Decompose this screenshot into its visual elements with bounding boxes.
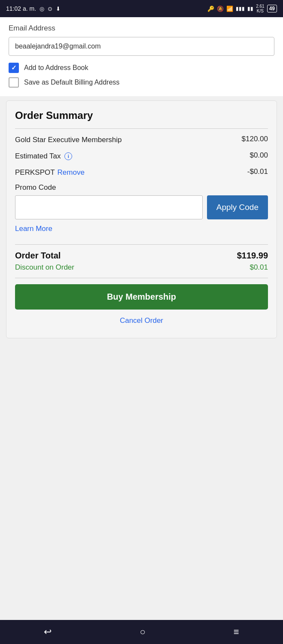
battery-indicator: 49 [267, 5, 277, 12]
nav-menu-icon[interactable]: ≡ [234, 626, 239, 638]
nav-home-icon[interactable]: ○ [140, 626, 145, 638]
email-section-label: Email Address [9, 24, 274, 33]
tax-row: Estimated Tax i $0.00 [15, 151, 268, 161]
main-content: Email Address Add to Address Book Save a… [0, 17, 283, 338]
save-default-billing-checkbox[interactable] [9, 77, 19, 88]
buy-membership-button[interactable]: Buy Membership [15, 284, 268, 310]
discount-label: Discount on Order [15, 263, 74, 272]
perkspot-value: -$0.01 [247, 167, 268, 176]
wifi-icon: 📶 [226, 6, 233, 12]
order-summary-title: Order Summary [15, 109, 268, 122]
order-total-value: $119.99 [237, 251, 268, 261]
nav-back-icon[interactable]: ↩ [44, 626, 52, 638]
speed-display: 2.61K/S [256, 4, 264, 13]
locate-icon: ◎ [40, 6, 44, 12]
time-display: 11:02 a. m. [6, 5, 36, 12]
tax-info-icon[interactable]: i [64, 152, 72, 160]
signal2-icon: ▮▮ [247, 6, 253, 12]
divider-bottom [15, 278, 268, 278]
perkspot-row: PERKSPOT Remove -$0.01 [15, 167, 268, 178]
add-to-address-book-label: Add to Address Book [24, 64, 88, 72]
status-time-area: 11:02 a. m. ◎ ⊙ ⬇ [6, 5, 61, 12]
tax-value: $0.00 [250, 151, 268, 160]
perkspot-remove-link[interactable]: Remove [58, 167, 85, 178]
download-icon: ⬇ [56, 6, 61, 12]
order-total-label: Order Total [15, 251, 61, 261]
order-summary-card: Order Summary Gold Star Executive Member… [6, 100, 277, 338]
key-icon: 🔑 [207, 6, 214, 12]
status-bar: 11:02 a. m. ◎ ⊙ ⬇ 🔑 🔕 📶 ▮▮▮ ▮▮ 2.61K/S 4… [0, 0, 283, 17]
discount-row: Discount on Order $0.01 [15, 263, 268, 272]
save-default-billing-label: Save as Default Billing Address [24, 79, 119, 86]
order-total-row: Order Total $119.99 [15, 251, 268, 261]
bottom-nav-bar: ↩ ○ ≡ [0, 620, 283, 644]
signal-icon: ▮▮▮ [236, 6, 245, 12]
email-input[interactable] [9, 37, 274, 56]
membership-value: $120.00 [242, 135, 268, 143]
tax-label: Estimated Tax i [15, 151, 72, 161]
learn-more-link[interactable]: Learn More [15, 225, 52, 233]
divider-middle [15, 244, 268, 245]
membership-row: Gold Star Executive Membership $120.00 [15, 135, 268, 145]
promo-code-label: Promo Code [15, 183, 268, 192]
promo-code-row: Apply Code [15, 195, 268, 219]
membership-label: Gold Star Executive Membership [15, 135, 122, 145]
add-to-address-book-row: Add to Address Book [9, 63, 274, 73]
add-to-address-book-checkbox[interactable] [9, 63, 19, 73]
apply-code-button[interactable]: Apply Code [207, 195, 268, 219]
cancel-order-link[interactable]: Cancel Order [15, 316, 268, 329]
email-section: Email Address Add to Address Book Save a… [0, 17, 283, 96]
discount-value: $0.01 [250, 263, 268, 272]
save-default-billing-row: Save as Default Billing Address [9, 77, 274, 88]
perkspot-label: PERKSPOT Remove [15, 167, 85, 178]
status-right-area: 🔑 🔕 📶 ▮▮▮ ▮▮ 2.61K/S 49 [207, 4, 277, 13]
promo-code-input[interactable] [15, 195, 203, 219]
instagram-icon: ⊙ [48, 6, 52, 12]
mute-icon: 🔕 [217, 6, 224, 12]
divider-top [15, 128, 268, 129]
